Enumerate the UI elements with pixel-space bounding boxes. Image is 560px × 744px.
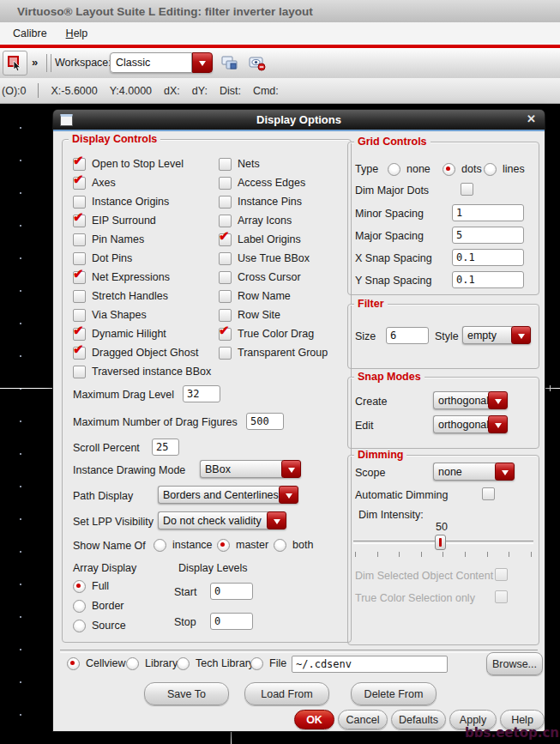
dim-intensity-slider-handle[interactable] [435,535,446,550]
checkbox[interactable] [73,271,86,284]
dialog-titlebar[interactable]: Display Options ✕ [53,110,545,130]
radio[interactable] [154,539,166,552]
checkbox[interactable] [219,328,232,341]
checkbox-array-icons[interactable]: Array Icons [219,211,292,230]
checkbox[interactable] [219,252,232,265]
checkbox[interactable] [73,233,86,246]
checkbox-access-edges[interactable]: Access Edges [219,173,305,192]
menu-help[interactable]: Help [58,25,96,42]
chevron-down-icon[interactable] [279,486,298,504]
checkbox[interactable] [219,290,232,303]
radio[interactable] [73,580,86,593]
checkbox[interactable] [73,158,86,171]
chevron-down-icon[interactable] [488,415,508,433]
radio[interactable] [274,539,286,552]
checkbox-open-to-stop-level[interactable]: Open to Stop Level [73,154,184,173]
checkbox-stretch-handles[interactable]: Stretch Handles [73,287,168,305]
radio[interactable] [250,657,263,670]
checkbox[interactable] [219,347,232,360]
dim-selected-object-content-checkbox[interactable] [495,568,508,581]
radio[interactable] [177,657,190,670]
radio-save-target-library[interactable]: Library [126,654,178,673]
display-levels-stop-input[interactable] [210,613,253,630]
select-tool-button[interactable] [3,51,27,76]
load-from-button[interactable]: Load From [244,682,329,705]
radio-array-border[interactable]: Border [73,596,124,615]
chevron-down-icon[interactable] [488,391,508,409]
checkbox-true-color-drag[interactable]: True Color Drag [219,324,314,343]
max-drag-figures-input[interactable] [246,413,284,430]
workspace-combobox[interactable]: Classic [110,52,213,73]
checkbox-label-origins[interactable]: Label Origins [219,230,301,249]
x-snap-spacing-input[interactable] [452,249,524,266]
set-lpp-visibility-dropdown[interactable]: Do not check validity [158,511,286,529]
radio[interactable] [126,657,139,670]
checkbox[interactable] [73,366,86,378]
radio-grid-none[interactable]: none [388,160,431,178]
radio-show-name-instance[interactable]: instance [154,535,213,554]
path-display-dropdown[interactable]: Borders and Centerlines [158,486,298,504]
checkbox-axes[interactable]: Axes [73,173,116,192]
checkbox[interactable] [73,309,86,322]
checkbox[interactable] [73,196,86,209]
radio[interactable] [443,163,455,176]
instance-drawing-mode-dropdown[interactable]: BBox [200,460,301,478]
radio-grid-lines[interactable]: lines [484,160,525,178]
radio-save-target-file[interactable]: File [250,654,286,673]
max-drag-level-input[interactable] [183,385,220,402]
browse-button[interactable]: Browse... [486,652,543,675]
checkbox[interactable] [73,347,86,360]
checkbox-net-expressions[interactable]: Net Expressions [73,268,170,287]
toolbar-grip[interactable] [46,54,51,72]
checkbox[interactable] [219,309,232,322]
checkbox[interactable] [73,290,86,303]
checkbox-pin-names[interactable]: Pin Names [73,230,144,249]
menu-calibre[interactable]: Calibre [5,25,55,42]
checkbox-row-name[interactable]: Row Name [219,287,291,305]
cancel-button[interactable]: Cancel [338,710,388,729]
radio[interactable] [73,620,86,632]
automatic-dimming-checkbox[interactable] [482,487,495,500]
checkbox-nets[interactable]: Nets [219,154,260,173]
chevron-down-icon[interactable] [495,463,515,481]
filter-size-input[interactable] [386,327,429,344]
radio[interactable] [388,163,400,176]
checkbox-transparent-group[interactable]: Transparent Group [219,343,328,362]
checkbox[interactable] [219,215,232,227]
radio[interactable] [484,163,497,176]
toolbar-overflow-chevron[interactable]: » [32,56,38,69]
radio-save-target-cellview[interactable]: Cellview [67,654,126,673]
scroll-percent-input[interactable] [152,439,179,456]
checkbox-traversed-instance-bbox[interactable]: Traversed instance BBox [73,362,211,381]
chevron-down-icon[interactable] [281,460,301,478]
cdsenv-path-input[interactable] [292,656,448,673]
close-icon[interactable]: ✕ [527,112,536,125]
checkbox-instance-origins[interactable]: Instance Origins [73,192,169,211]
snap-edit-dropdown[interactable]: orthogonal [433,415,508,433]
checkbox[interactable] [219,196,232,209]
dimming-scope-dropdown[interactable]: none [433,463,515,481]
checkbox[interactable] [73,328,86,341]
checkbox[interactable] [219,158,232,171]
delete-from-button[interactable]: Delete From [351,682,437,705]
checkbox-use-true-bbox[interactable]: Use True BBox [219,249,310,268]
hide-workspace-button[interactable] [247,53,268,73]
defaults-button[interactable]: Defaults [391,710,446,729]
radio-show-name-master[interactable]: master [217,535,268,554]
checkbox-dynamic-hilight[interactable]: Dynamic Hilight [73,324,166,343]
radio[interactable] [67,657,80,670]
radio-array-source[interactable]: Source [73,616,126,635]
filter-style-dropdown[interactable]: empty [462,326,531,344]
chevron-down-icon[interactable] [267,511,286,529]
checkbox-eip-surround[interactable]: EIP Surround [73,211,156,230]
checkbox[interactable] [219,177,232,190]
checkbox-dragged-object-ghost[interactable]: Dragged Object Ghost [73,343,198,362]
save-workspace-button[interactable] [220,53,240,73]
y-snap-spacing-input[interactable] [452,271,524,288]
checkbox[interactable] [219,271,232,284]
major-spacing-input[interactable] [452,227,524,244]
checkbox[interactable] [219,233,232,246]
checkbox[interactable] [73,177,86,190]
dim-major-dots-checkbox[interactable] [461,183,473,196]
radio[interactable] [73,600,86,613]
